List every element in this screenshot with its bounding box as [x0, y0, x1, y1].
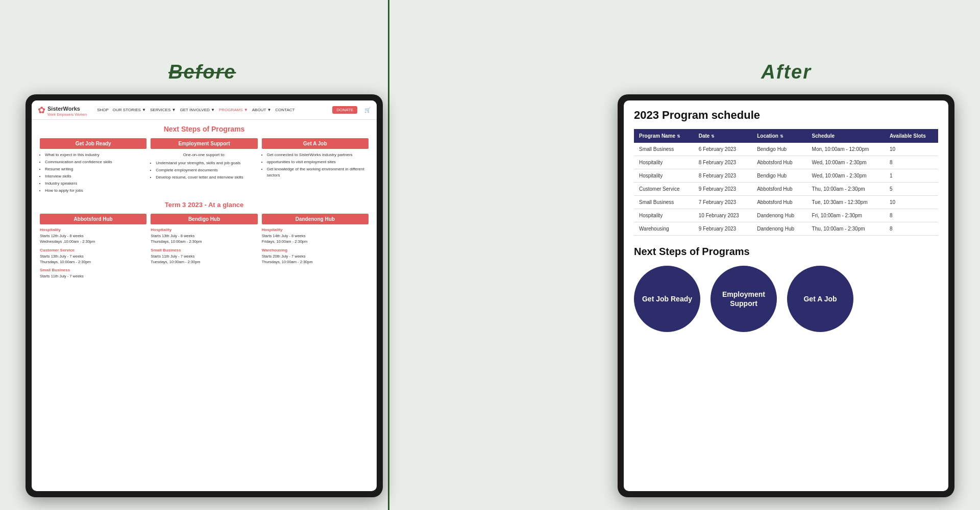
- get-job-ready-content: What to expect in this industry Communic…: [40, 152, 146, 194]
- term-title: Term 3 2023 - At a glance: [40, 201, 369, 209]
- sort-icon-program: ⇅: [677, 134, 680, 139]
- cell-schedule: Wed, 10:00am - 2:30pm: [807, 156, 885, 169]
- list-item: How to apply for jobs: [45, 188, 146, 194]
- list-item: What to expect in this industry: [45, 152, 146, 158]
- logo: ✿ SisterWorks Work Empowers Women: [38, 104, 87, 116]
- cell-slots: 8: [885, 222, 938, 236]
- col-header-program[interactable]: Program Name ⇅: [634, 129, 694, 143]
- nav-get-involved[interactable]: GET INVOLVED ▼: [180, 108, 215, 112]
- nav-contact[interactable]: CONTACT: [275, 108, 295, 112]
- bendigo-hospitality-title: Hospitality: [151, 227, 257, 232]
- cell-program: Small Business: [634, 143, 694, 156]
- nav-our-stories[interactable]: OUR STORIES ▼: [113, 108, 146, 112]
- employment-support-col: Employment Support One-on-one support to…: [151, 138, 257, 195]
- sort-icon-location: ⇅: [780, 134, 783, 139]
- nav-bar: ✿ SisterWorks Work Empowers Women SHOP O…: [32, 100, 377, 120]
- page-container: Before After ✿ SisterWorks Work Empowers…: [0, 0, 980, 510]
- bendigo-small-business-text: Starts 11th July - 7 weeks Tuesdays, 10:…: [151, 253, 257, 265]
- cart-icon[interactable]: 🛒: [364, 107, 371, 113]
- table-row: Hospitality 10 February 2023 Dandenong H…: [634, 209, 938, 222]
- cell-schedule: Fri, 10:00am - 2:30pm: [807, 209, 885, 222]
- cell-slots: 10: [885, 143, 938, 156]
- list-item: Interview skills: [45, 173, 146, 180]
- cell-slots: 8: [885, 156, 938, 169]
- schedule-title: 2023 Program schedule: [634, 109, 938, 122]
- dandenong-hospitality-title: Hospitality: [262, 227, 369, 232]
- abbotsford-hospitality-title: Hospitality: [40, 227, 146, 232]
- get-a-job-header: Get A Job: [262, 138, 369, 149]
- cell-schedule: Mon, 10:00am - 12:00pm: [807, 143, 885, 156]
- logo-star-icon: ✿: [38, 105, 45, 116]
- get-a-job-circle[interactable]: Get A Job: [787, 266, 853, 332]
- cell-slots: 5: [885, 183, 938, 196]
- cell-location: Bendigo Hub: [752, 169, 806, 183]
- cell-location: Dandenong Hub: [752, 222, 806, 236]
- tablet-content-before: Next Steps of Programs Get Job Ready Wha…: [32, 120, 377, 491]
- col-header-location[interactable]: Location ⇅: [752, 129, 806, 143]
- dandenong-hospitality-text: Starts 14th July - 8 weeks Fridays, 10:0…: [262, 233, 369, 245]
- nav-donate-button[interactable]: DONATE: [332, 106, 357, 114]
- nav-about[interactable]: ABOUT ▼: [252, 108, 272, 112]
- get-job-ready-col: Get Job Ready What to expect in this ind…: [40, 138, 146, 195]
- get-a-job-col: Get A Job Get connected to SisterWorks i…: [262, 138, 369, 195]
- cell-date: 10 February 2023: [694, 209, 752, 222]
- list-item: Get connected to SisterWorks industry pa…: [267, 152, 369, 158]
- get-job-ready-circle[interactable]: Get Job Ready: [634, 266, 700, 332]
- cell-schedule: Tue, 10:30am - 12:30pm: [807, 196, 885, 209]
- bendigo-small-business-title: Small Business: [151, 248, 257, 252]
- table-row: Warehousing 9 February 2023 Dandenong Hu…: [634, 222, 938, 236]
- hubs-columns: Abbotsford Hub Hospitality Starts 12th J…: [40, 214, 369, 279]
- cell-slots: 10: [885, 196, 938, 209]
- list-item: opportunities to visit employment sites: [267, 159, 369, 165]
- bendigo-hub-col: Bendigo Hub Hospitality Starts 13th July…: [151, 214, 257, 279]
- abbotsford-customer-service-text: Starts 13th July - 7 weeks Thursdays, 10…: [40, 253, 146, 265]
- col-header-date[interactable]: Date ⇅: [694, 129, 752, 143]
- cell-date: 8 February 2023: [694, 156, 752, 169]
- list-item: Get knowledge of the working environment…: [267, 166, 369, 178]
- employment-support-header: Employment Support: [151, 138, 257, 149]
- table-row: Small Business 6 February 2023 Bendigo H…: [634, 143, 938, 156]
- abbotsford-small-business-title: Small Business: [40, 268, 146, 272]
- col-header-slots: Available Slots: [885, 129, 938, 143]
- after-label: After: [761, 61, 812, 83]
- list-item: Industry speakers: [45, 181, 146, 187]
- cell-program: Customer Service: [634, 183, 694, 196]
- list-item: Understand your strengths, skills and jo…: [156, 160, 257, 166]
- logo-text: SisterWorks: [47, 106, 80, 112]
- cell-program: Hospitality: [634, 169, 694, 183]
- cell-schedule: Wed, 10:00am - 2:30pm: [807, 169, 885, 183]
- divider: [388, 0, 389, 510]
- table-row: Hospitality 8 February 2023 Abbotsford H…: [634, 156, 938, 169]
- tablet-screen-before: ✿ SisterWorks Work Empowers Women SHOP O…: [32, 100, 377, 491]
- nav-programs[interactable]: PROGRAMS ▼: [219, 108, 248, 112]
- employment-support-content: One-on-one support to: Understand your s…: [151, 152, 257, 181]
- employment-support-circle[interactable]: Employment Support: [710, 266, 777, 332]
- cell-date: 7 February 2023: [694, 196, 752, 209]
- abbotsford-hub-header: Abbotsford Hub: [40, 214, 146, 224]
- nav-links: SHOP OUR STORIES ▼ SERVICES ▼ GET INVOLV…: [97, 108, 327, 112]
- list-item: Communication and confidence skills: [45, 159, 146, 165]
- dandenong-warehousing-text: Starts 20th July - 7 weeks Thursdays, 10…: [262, 253, 369, 265]
- cell-date: 6 February 2023: [694, 143, 752, 156]
- bendigo-hub-header: Bendigo Hub: [151, 214, 257, 224]
- after-content: 2023 Program schedule Program Name ⇅ Dat…: [624, 100, 948, 491]
- list-item: Resume writing: [45, 166, 146, 172]
- cell-date: 9 February 2023: [694, 222, 752, 236]
- programs-title-before: Next Steps of Programs: [40, 125, 369, 133]
- schedule-table: Program Name ⇅ Date ⇅ Location ⇅ Schedul…: [634, 129, 938, 236]
- cell-program: Hospitality: [634, 156, 694, 169]
- nav-services[interactable]: SERVICES ▼: [150, 108, 176, 112]
- cell-program: Hospitality: [634, 209, 694, 222]
- cell-slots: 1: [885, 169, 938, 183]
- col-header-schedule: Schedule: [807, 129, 885, 143]
- cell-location: Dandenong Hub: [752, 209, 806, 222]
- tablet-screen-after: 2023 Program schedule Program Name ⇅ Dat…: [624, 100, 948, 491]
- programs-columns: Get Job Ready What to expect in this ind…: [40, 138, 369, 195]
- get-a-job-content: Get connected to SisterWorks industry pa…: [262, 152, 369, 178]
- table-row: Customer Service 9 February 2023 Abbotsf…: [634, 183, 938, 196]
- cell-location: Abbotsford Hub: [752, 183, 806, 196]
- cell-location: Abbotsford Hub: [752, 196, 806, 209]
- table-row: Small Business 7 February 2023 Abbotsfor…: [634, 196, 938, 209]
- nav-shop[interactable]: SHOP: [97, 108, 109, 112]
- after-tablet: 2023 Program schedule Program Name ⇅ Dat…: [618, 94, 954, 497]
